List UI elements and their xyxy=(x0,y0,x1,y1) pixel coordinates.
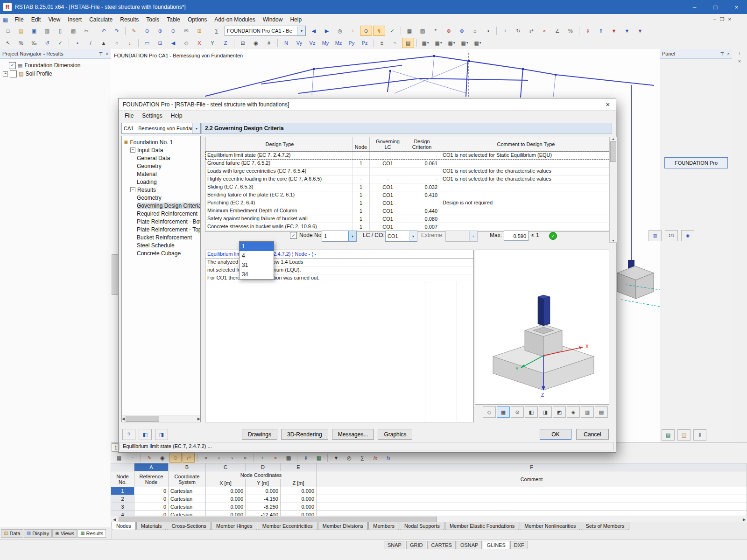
pages-panel-icon[interactable]: ◫ xyxy=(677,429,691,441)
zoom-out-icon[interactable]: ⊖ xyxy=(167,26,179,36)
new-support-icon[interactable]: ▲ xyxy=(98,38,110,48)
navigator-tab-views[interactable]: ◉Views xyxy=(52,529,77,538)
cell-system[interactable]: Cartesian xyxy=(169,511,206,516)
export-excel-icon[interactable]: ▦ xyxy=(313,453,325,463)
toggle-osnap[interactable]: OSNAP xyxy=(457,541,482,549)
scrollbar-thumb[interactable] xyxy=(119,517,437,522)
fe-mesh-settings-icon[interactable]: ▧ xyxy=(416,26,429,36)
row-number[interactable]: 4 xyxy=(111,511,134,516)
menu-view[interactable]: View xyxy=(44,15,64,24)
design-details-button[interactable]: 1/1 xyxy=(665,230,678,241)
child-minimize-button[interactable]: – xyxy=(713,16,716,22)
clipping-planes-icon[interactable]: ⊟ xyxy=(237,38,249,48)
scroll-right-icon[interactable]: ▶ xyxy=(741,518,747,522)
go-first-row-icon[interactable]: « xyxy=(200,453,212,463)
tree-item-steel-schedule[interactable]: Steel Schedule xyxy=(122,241,200,249)
table-group-1-icon[interactable]: ▦▾ xyxy=(419,38,431,48)
previous-view-icon[interactable]: ◀ xyxy=(167,38,179,48)
cell-system[interactable]: Cartesian xyxy=(169,487,206,495)
menu-tools[interactable]: Tools xyxy=(142,15,163,24)
cell-ref[interactable]: 0 xyxy=(134,511,169,516)
isometric-view-button[interactable]: ◇ xyxy=(483,406,496,418)
column-letter-A[interactable]: A xyxy=(134,463,169,471)
menu-table[interactable]: Table xyxy=(163,15,184,24)
close-icon[interactable]: × xyxy=(738,59,741,64)
menu-file[interactable]: File xyxy=(11,15,27,24)
export-data-icon[interactable]: ⇑ xyxy=(595,26,607,36)
printout-report-3-icon[interactable]: ▼ xyxy=(634,26,646,36)
go-previous-row-icon[interactable]: ‹ xyxy=(213,453,225,463)
move-objects-icon[interactable]: + xyxy=(499,26,511,36)
delete-objects-icon[interactable]: × xyxy=(538,26,550,36)
results-mz-icon[interactable]: Mz xyxy=(332,38,345,48)
previous-module-icon[interactable]: ◀ xyxy=(308,26,320,36)
show-numbering-icon[interactable]: # xyxy=(263,38,275,48)
cell-system[interactable]: Cartesian xyxy=(169,503,206,511)
new-hinge-icon[interactable]: ○ xyxy=(111,38,123,48)
scroll-down-icon[interactable]: ▼ xyxy=(612,239,615,242)
menu-insert[interactable]: Insert xyxy=(64,15,85,24)
table-tab-sets-of-members[interactable]: Sets of Members xyxy=(581,522,629,530)
undo-icon[interactable]: ↶ xyxy=(98,26,110,36)
visibilities-icon[interactable]: ◉ xyxy=(250,38,262,48)
view-mode-icon[interactable]: ◉ xyxy=(156,453,169,463)
cell-y[interactable]: 0.000 xyxy=(246,487,281,495)
scrollbar-thumb[interactable] xyxy=(126,416,159,422)
node-checkbox[interactable]: ✓ xyxy=(290,232,297,239)
cell-comment[interactable] xyxy=(317,487,747,495)
check-data-icon[interactable]: ✓ xyxy=(386,26,398,36)
go-next-row-icon[interactable]: › xyxy=(226,453,238,463)
close-button[interactable]: × xyxy=(726,0,747,14)
view-in-z-button[interactable]: ◩ xyxy=(553,406,566,418)
new-member-icon[interactable]: / xyxy=(85,38,97,48)
node-option-4[interactable]: 4 xyxy=(240,251,274,260)
new-load-icon[interactable]: ↓ xyxy=(124,38,136,48)
foundation-3d-preview[interactable]: X Y Z xyxy=(475,250,609,405)
navigator-item-soil-profile[interactable]: +▤Soil Profile xyxy=(0,70,111,78)
select-pointer-icon[interactable]: ↖ xyxy=(2,38,14,48)
perspective-view-button[interactable]: ◈ xyxy=(567,406,580,418)
result-diagrams-icon[interactable]: ~ xyxy=(389,38,401,48)
graphics-button[interactable]: Graphics xyxy=(378,429,412,440)
save-model-icon[interactable]: ▣ xyxy=(28,26,40,36)
child-close-button[interactable]: × xyxy=(728,16,731,22)
cut-icon[interactable]: ✂ xyxy=(80,26,92,36)
user-coordinate-system-icon[interactable]: + xyxy=(347,26,359,36)
zoom-in-icon[interactable]: ⊕ xyxy=(154,26,166,36)
pin-icon[interactable]: ⊤ xyxy=(99,51,103,56)
ok-button[interactable]: OK xyxy=(540,429,571,440)
close-icon[interactable]: × xyxy=(727,51,730,56)
comments-icon[interactable]: % xyxy=(564,26,577,36)
zoom-extents-icon[interactable]: ⊡ xyxy=(154,38,166,48)
copy-row-icon[interactable]: ▩ xyxy=(282,453,295,463)
design-criteria-row[interactable]: Highly eccentric loading in the core (EC… xyxy=(205,175,610,183)
tree-item-geometry[interactable]: Geometry xyxy=(122,194,200,202)
item-checkbox[interactable]: ✓ xyxy=(9,62,16,69)
design-criteria-row[interactable]: Punching (EC 2, 6.4)1CO1Design is not re… xyxy=(205,199,610,207)
model-generator-icon[interactable]: * xyxy=(430,26,442,36)
edit-mode-icon[interactable]: ✎ xyxy=(128,26,140,36)
collapse-icon[interactable]: − xyxy=(130,187,135,192)
node-option-34[interactable]: 34 xyxy=(240,270,274,279)
rotate-objects-icon[interactable]: ↻ xyxy=(512,26,524,36)
tree-horizontal-scrollbar[interactable]: ◀ ▶ xyxy=(122,415,200,422)
cell-x[interactable]: 0.000 xyxy=(206,503,246,511)
view-in-y-icon[interactable]: Y xyxy=(206,38,218,48)
maximize-button[interactable]: □ xyxy=(705,0,726,14)
column-letter-E[interactable]: E xyxy=(281,463,317,471)
import-table-icon[interactable]: ⇓ xyxy=(300,453,312,463)
result-values-icon[interactable]: ± xyxy=(376,38,388,48)
results-vz-icon[interactable]: Vz xyxy=(306,38,318,48)
node-option-31[interactable]: 31 xyxy=(240,260,274,270)
insert-row-icon[interactable]: + xyxy=(256,453,268,463)
tree-item-governing-design-criteria[interactable]: Governing Design Criteria xyxy=(122,202,200,210)
tree-item-foundation-no-1[interactable]: ▣Foundation No. 1 xyxy=(122,138,200,146)
results-vy-icon[interactable]: Vy xyxy=(293,38,305,48)
import-data-icon[interactable]: ⇓ xyxy=(582,26,594,36)
cell-ref[interactable]: 0 xyxy=(134,503,169,511)
calculation-params-1-icon[interactable]: ⊛ xyxy=(443,26,455,36)
collapse-icon[interactable]: − xyxy=(130,147,135,153)
design-criteria-row[interactable]: Sliding (EC 7, 6.5.3)1CO10.032 xyxy=(205,183,610,191)
design-criteria-row[interactable]: Ground failure (EC 7, 6.5.2)1CO10.061 xyxy=(205,160,610,168)
child-restore-button[interactable]: ❐ xyxy=(720,16,725,22)
